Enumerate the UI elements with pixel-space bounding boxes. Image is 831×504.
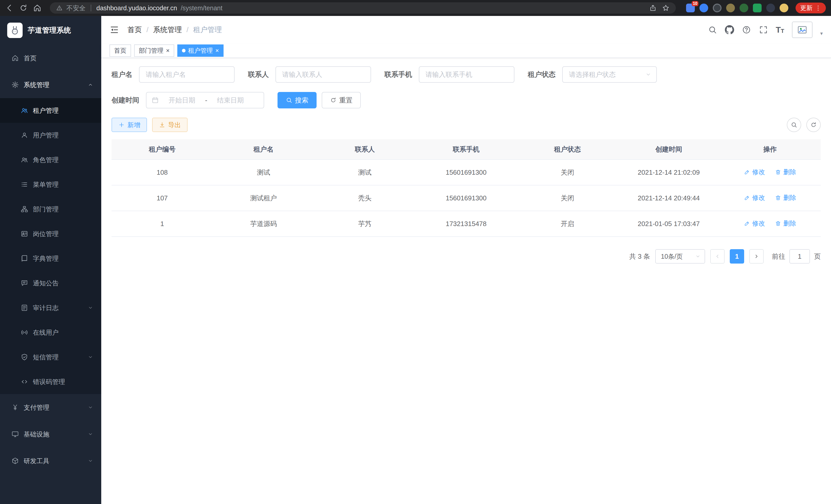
refresh-icon — [810, 121, 817, 128]
delete-link[interactable]: 删除 — [775, 194, 796, 202]
reset-button[interactable]: 重置 — [322, 92, 361, 109]
status-select[interactable]: 请选择租户状态 — [562, 66, 657, 83]
sidebar-item-menus[interactable]: 菜单管理 — [0, 172, 101, 197]
date-range-picker[interactable]: - — [146, 92, 264, 109]
sidebar-item-posts[interactable]: 岗位管理 — [0, 221, 101, 246]
address-bar[interactable]: 不安全 dashboard.yudao.iocoder.cn/system/te… — [50, 2, 676, 13]
sidebar-item-audit-log[interactable]: 审计日志 — [0, 295, 101, 320]
next-page-button[interactable] — [749, 249, 764, 264]
chevron-up-icon — [88, 82, 93, 87]
search-icon — [791, 121, 797, 128]
sidebar-item-label: 通知公告 — [33, 279, 59, 288]
sidebar-fold-icon[interactable] — [110, 25, 119, 35]
top-navbar: 首页 / 系统管理 / 租户管理 TT ▾ — [101, 16, 831, 44]
sidebar-item-label: 角色管理 — [33, 156, 59, 164]
home-icon[interactable] — [33, 4, 41, 12]
close-icon[interactable]: × — [166, 48, 170, 54]
column-header: 创建时间 — [618, 139, 719, 159]
export-button[interactable]: 导出 — [152, 118, 188, 132]
chrome-update-button[interactable]: 更新 ⋮ — [796, 3, 826, 13]
sidebar-item-home[interactable]: 首页 — [0, 45, 101, 71]
search-button[interactable]: 搜索 — [278, 92, 317, 109]
tenant-name-input[interactable] — [139, 66, 235, 83]
extension-icon[interactable]: 10 — [686, 4, 695, 12]
page-size-select[interactable]: 10条/页 — [655, 249, 705, 264]
reload-icon[interactable] — [19, 4, 28, 12]
breadcrumb-current: 租户管理 — [193, 25, 222, 35]
extension-icon[interactable] — [740, 4, 748, 12]
delete-link[interactable]: 删除 — [775, 168, 796, 176]
breadcrumb-home[interactable]: 首页 — [127, 25, 142, 35]
sidebar-item-depts[interactable]: 部门管理 — [0, 197, 101, 221]
breadcrumb-system[interactable]: 系统管理 — [153, 25, 182, 35]
yen-icon — [11, 404, 19, 411]
github-icon[interactable] — [725, 25, 734, 34]
delete-link[interactable]: 删除 — [775, 219, 796, 228]
tag-label: 部门管理 — [139, 47, 164, 55]
breadcrumb: 首页 / 系统管理 / 租户管理 — [127, 25, 222, 35]
back-icon[interactable] — [5, 4, 14, 12]
sidebar-item-notice[interactable]: 通知公告 — [0, 271, 101, 295]
tag-tenant[interactable]: 租户管理 × — [177, 45, 224, 57]
browser-chrome: 不安全 dashboard.yudao.iocoder.cn/system/te… — [0, 0, 831, 16]
share-icon[interactable] — [649, 4, 657, 12]
url-host: dashboard.yudao.iocoder.cn — [96, 4, 177, 12]
prev-page-button[interactable] — [710, 249, 725, 264]
goto-page-input[interactable] — [790, 249, 810, 264]
sidebar-item-error-codes[interactable]: 错误码管理 — [0, 369, 101, 394]
table-row: 107 测试租户 秃头 15601691300 关闭 2021-12-14 20… — [112, 185, 821, 211]
search-icon[interactable] — [708, 25, 717, 34]
table-header-row: 租户编号 租户名 联系人 联系手机 租户状态 创建时间 操作 — [112, 139, 821, 159]
tag-dept[interactable]: 部门管理 × — [134, 45, 174, 57]
font-size-icon[interactable]: TT — [776, 26, 784, 34]
edit-link[interactable]: 修改 — [744, 194, 765, 202]
refresh-table-button[interactable] — [806, 118, 821, 132]
app-logo — [7, 23, 23, 38]
user-avatar[interactable] — [792, 22, 812, 38]
sidebar-item-roles[interactable]: 角色管理 — [0, 147, 101, 172]
sidebar-item-dict[interactable]: 字典管理 — [0, 246, 101, 271]
app-logo-row[interactable]: 芋道管理系统 — [0, 16, 101, 45]
plus-icon — [118, 121, 125, 128]
sidebar-item-infra[interactable]: 基础设施 — [0, 421, 101, 447]
chrome-menu-icon[interactable]: ⋮ — [815, 4, 821, 11]
phone-input[interactable] — [419, 66, 514, 83]
avatar-caret-icon[interactable]: ▾ — [820, 30, 823, 36]
divider — [91, 5, 91, 11]
page-unit-label: 页 — [814, 252, 821, 261]
end-date-input[interactable] — [210, 96, 251, 105]
sidebar-item-tenant[interactable]: 租户管理 — [0, 98, 101, 123]
home-icon — [11, 54, 19, 62]
extension-icon[interactable] — [699, 4, 708, 12]
sidebar-item-online-users[interactable]: 在线用户 — [0, 320, 101, 345]
fullscreen-icon[interactable] — [759, 25, 768, 34]
sidebar-item-sms[interactable]: 短信管理 — [0, 345, 101, 369]
sidebar-item-payment[interactable]: 支付管理 — [0, 394, 101, 421]
add-button[interactable]: 新增 — [112, 118, 147, 132]
sidebar-menu: 首页 系统管理 租户管理 用户管理 — [0, 45, 101, 504]
sidebar-item-devtools[interactable]: 研发工具 — [0, 447, 101, 474]
edit-link[interactable]: 修改 — [744, 219, 765, 228]
profile-avatar-icon[interactable] — [780, 4, 789, 12]
contact-input[interactable] — [276, 66, 371, 83]
start-date-input[interactable] — [162, 96, 202, 105]
page-number-current[interactable]: 1 — [730, 249, 744, 264]
sidebar-item-label: 审计日志 — [33, 304, 59, 312]
extension-icon[interactable] — [726, 4, 735, 12]
sidebar-item-users[interactable]: 用户管理 — [0, 123, 101, 147]
tenant-table: 租户编号 租户名 联系人 联系手机 租户状态 创建时间 操作 108 测试 — [112, 139, 821, 237]
bookmark-star-icon[interactable] — [662, 4, 670, 12]
extension-icon[interactable] — [713, 4, 721, 12]
sidebar-item-system[interactable]: 系统管理 — [0, 71, 101, 98]
page-content: 租户名 联系人 联系手机 租户状态 请选择租户状态 — [101, 58, 831, 504]
extension-icon[interactable] — [753, 4, 762, 12]
help-icon[interactable] — [742, 25, 751, 34]
cell-actions: 修改 删除 — [719, 211, 821, 237]
close-icon[interactable]: × — [215, 48, 219, 54]
cell-status: 关闭 — [517, 159, 618, 185]
edit-link[interactable]: 修改 — [744, 168, 765, 176]
extension-icon[interactable] — [766, 4, 775, 12]
tag-home[interactable]: 首页 — [110, 45, 131, 57]
button-label: 重置 — [339, 96, 352, 105]
toggle-search-button[interactable] — [787, 118, 801, 132]
